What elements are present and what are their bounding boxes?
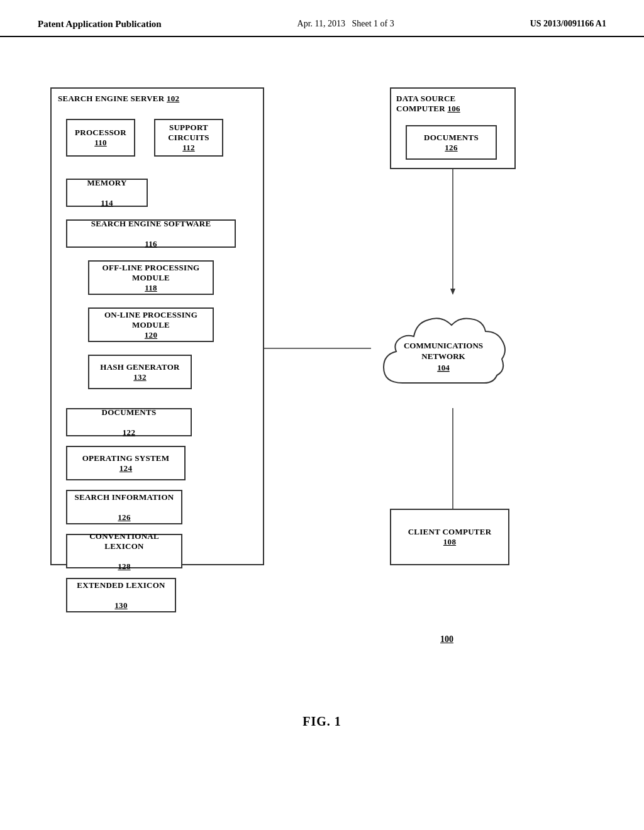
svg-text:104: 104 (437, 363, 450, 372)
figure-label: FIG. 1 (303, 714, 341, 729)
header-publication-label: Patent Application Publication (38, 19, 162, 30)
box-support-circuits: SUPPORT CIRCUITS 112 (154, 119, 223, 157)
box-search-information: SEARCH INFORMATION 126 (66, 490, 182, 524)
box-memory: MEMORY 114 (66, 179, 148, 207)
box-documents-122: DOCUMENTS 122 (66, 408, 192, 436)
header-patent-number: US 2013/0091166 A1 (530, 19, 606, 29)
box-communications-network: COMMUNICATIONS NETWORK 104 (371, 289, 516, 408)
diagram-number: 100 (440, 634, 453, 645)
diagram-area: SEARCH ENGINE SERVER 102 PROCESSOR 110 S… (0, 37, 644, 754)
box-operating-system: OPERATING SYSTEM 124 (66, 446, 186, 480)
box-offline-processing: OFF-LINE PROCESSING MODULE 118 (88, 260, 214, 295)
box-conventional-lexicon: CONVENTIONAL LEXICON 128 (66, 534, 182, 568)
box-search-engine-software: SEARCH ENGINE SOFTWARE 116 (66, 219, 236, 248)
box-documents-126: DOCUMENTS 126 (406, 125, 497, 160)
box-online-processing: ON-LINE PROCESSING MODULE 120 (88, 307, 214, 342)
box-hash-generator: HASH GENERATOR 132 (88, 355, 192, 389)
svg-text:NETWORK: NETWORK (421, 351, 465, 361)
box-client-computer: CLIENT COMPUTER 108 (390, 509, 509, 565)
box-processor: PROCESSOR 110 (66, 119, 135, 157)
header-date-sheet: Apr. 11, 2013 Sheet 1 of 3 (297, 19, 394, 29)
svg-text:COMMUNICATIONS: COMMUNICATIONS (404, 341, 483, 350)
page-header: Patent Application Publication Apr. 11, … (0, 0, 644, 37)
box-extended-lexicon: EXTENDED LEXICON 130 (66, 578, 176, 612)
